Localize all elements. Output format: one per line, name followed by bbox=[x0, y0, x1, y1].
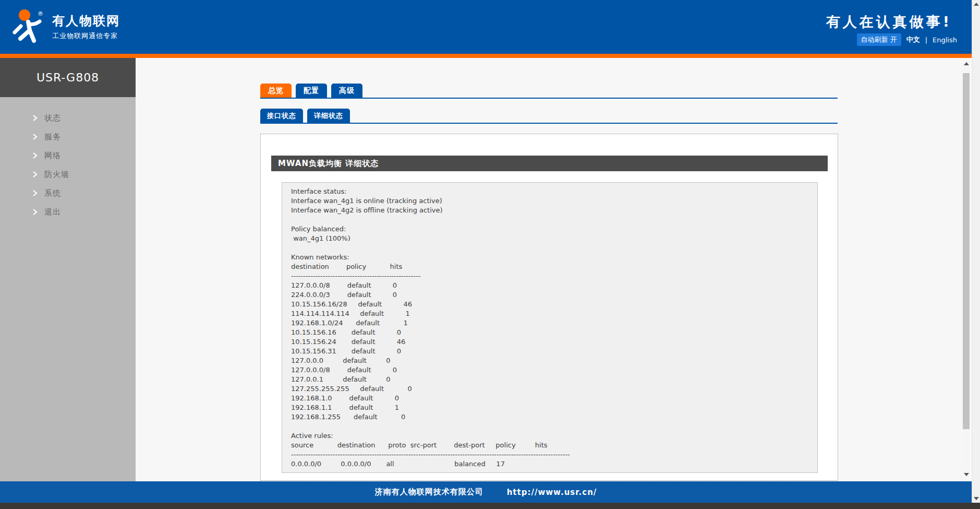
auto-refresh-toggle[interactable]: 自动刷新 开 bbox=[857, 33, 901, 46]
sidebar-item-label: 服务 bbox=[44, 132, 61, 142]
sidebar-item-network[interactable]: 网络 bbox=[0, 146, 136, 165]
sidebar-item-services[interactable]: 服务 bbox=[0, 127, 136, 146]
header-controls: 自动刷新 开 中文 | English bbox=[857, 33, 957, 46]
scroll-down-icon[interactable] bbox=[974, 497, 979, 500]
sidebar-item-label: 系统 bbox=[44, 188, 61, 198]
tab-advanced[interactable]: 高级 bbox=[331, 84, 362, 98]
top-header: ® 有人物联网 工业物联网通信专家 有人在认真做事! 自动刷新 开 中文 | E… bbox=[0, 0, 972, 54]
sidebar-menu: 状态 服务 网络 防火墙 系统 退出 bbox=[0, 109, 136, 221]
chevron-right-icon bbox=[32, 208, 38, 216]
lang-en-link[interactable]: English bbox=[933, 36, 957, 44]
main-content: 总览 配置 高级 接口状态 详细状态 MWAN负载均衡 详细状态 Interfa… bbox=[136, 58, 962, 481]
panel-title: MWAN负载均衡 详细状态 bbox=[271, 156, 828, 171]
brand-name: 有人物联网 bbox=[52, 13, 120, 29]
chevron-right-icon bbox=[32, 133, 38, 140]
company-name: 济南有人物联网技术有限公司 bbox=[375, 487, 483, 497]
subtab-detail-status[interactable]: 详细状态 bbox=[307, 109, 350, 123]
sidebar-item-label: 状态 bbox=[44, 113, 61, 123]
scroll-up-icon[interactable] bbox=[964, 62, 969, 65]
tab-config[interactable]: 配置 bbox=[296, 84, 327, 98]
mwan-status-text: Interface status: Interface wan_4g1 is o… bbox=[282, 183, 817, 469]
page: ® 有人物联网 工业物联网通信专家 有人在认真做事! 自动刷新 开 中文 | E… bbox=[0, 0, 980, 509]
sidebar-item-label: 网络 bbox=[44, 151, 61, 161]
main-tab-bar: 总览 配置 高级 bbox=[260, 84, 838, 99]
scroll-up-icon[interactable] bbox=[974, 3, 979, 6]
chevron-right-icon bbox=[32, 114, 38, 122]
bottom-strip bbox=[0, 503, 980, 509]
sidebar: USR-G808 状态 服务 网络 防火墙 系统 bbox=[0, 58, 136, 481]
device-model: USR-G808 bbox=[0, 58, 136, 97]
sidebar-item-logout[interactable]: 退出 bbox=[0, 203, 136, 221]
content-scrollbar[interactable] bbox=[962, 58, 971, 481]
sidebar-item-label: 防火墙 bbox=[44, 170, 69, 180]
lang-divider: | bbox=[925, 36, 927, 44]
website-link[interactable]: http://www.usr.cn/ bbox=[507, 488, 597, 497]
chevron-right-icon bbox=[32, 152, 38, 159]
scroll-down-icon[interactable] bbox=[964, 473, 969, 476]
status-panel: MWAN负载均衡 详细状态 Interface status: Interfac… bbox=[260, 134, 838, 481]
chevron-right-icon bbox=[32, 190, 38, 197]
brand-slogan: 有人在认真做事! bbox=[826, 13, 952, 31]
brand-tagline: 工业物联网通信专家 bbox=[52, 31, 118, 41]
chevron-right-icon bbox=[32, 171, 38, 178]
sidebar-item-firewall[interactable]: 防火墙 bbox=[0, 165, 136, 184]
orange-divider bbox=[0, 54, 972, 58]
status-output-box: Interface status: Interface wan_4g1 is o… bbox=[282, 182, 818, 473]
sub-tab-bar: 接口状态 详细状态 bbox=[260, 109, 838, 124]
browser-scrollbar[interactable] bbox=[972, 0, 980, 509]
scrollbar-thumb[interactable] bbox=[963, 73, 970, 429]
registered-mark: ® bbox=[38, 10, 43, 17]
sidebar-item-status[interactable]: 状态 bbox=[0, 109, 136, 127]
sidebar-item-system[interactable]: 系统 bbox=[0, 184, 136, 203]
lang-zh-link[interactable]: 中文 bbox=[906, 35, 920, 44]
footer: 济南有人物联网技术有限公司 http://www.usr.cn/ bbox=[0, 481, 972, 503]
tab-overview[interactable]: 总览 bbox=[260, 84, 292, 98]
subtab-interface-status[interactable]: 接口状态 bbox=[260, 109, 303, 123]
sidebar-item-label: 退出 bbox=[44, 207, 61, 217]
